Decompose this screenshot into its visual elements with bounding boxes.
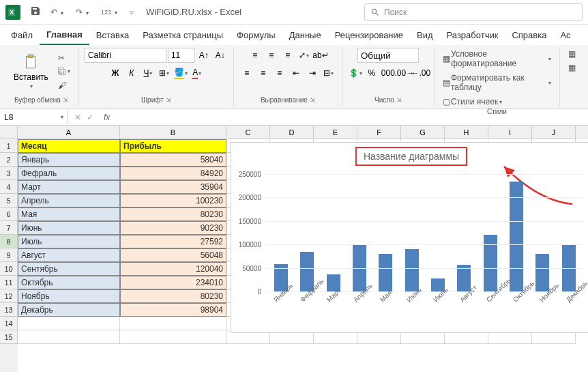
merge-icon[interactable]: ⊟▾ (321, 66, 336, 81)
cell-A7[interactable]: Июнь (18, 221, 120, 235)
increase-indent-icon[interactable]: ⇥ (305, 66, 320, 81)
undo-icon[interactable]: ↶▾ (48, 6, 69, 18)
column-header-J[interactable]: J (532, 126, 576, 139)
cell-B10[interactable]: 120040 (120, 262, 226, 276)
tab-page-layout[interactable]: Разметка страницы (136, 26, 230, 44)
chart-bar[interactable] (535, 254, 549, 291)
save-icon[interactable] (27, 4, 44, 20)
row-header-9[interactable]: 9 (0, 248, 18, 262)
percent-icon[interactable]: % (364, 66, 379, 81)
underline-icon[interactable]: Ч▾ (141, 66, 156, 81)
cell-A11[interactable]: Октябрь (18, 276, 120, 289)
row-header-2[interactable]: 2 (0, 153, 18, 167)
tab-help[interactable]: Справка (505, 26, 553, 44)
align-bottom-icon[interactable]: ≡ (280, 48, 295, 63)
chart-bar[interactable] (405, 249, 419, 291)
qat-more-icon[interactable]: 123▾ (98, 8, 123, 17)
column-header-F[interactable]: F (357, 126, 401, 139)
row-header-12[interactable]: 12 (0, 289, 18, 303)
wrap-text-icon[interactable]: ab↵ (313, 48, 328, 63)
delete-cells-icon[interactable]: ▦ (565, 61, 578, 74)
cell-B8[interactable]: 27592 (120, 235, 226, 248)
align-middle-icon[interactable]: ≡ (264, 48, 279, 63)
row-header-10[interactable]: 10 (0, 262, 18, 276)
align-left-icon[interactable]: ≡ (239, 66, 254, 81)
align-top-icon[interactable]: ≡ (248, 48, 263, 63)
row-header-4[interactable]: 4 (0, 180, 18, 194)
align-right-icon[interactable]: ≡ (272, 66, 287, 81)
cell-A5[interactable]: Апрель (18, 194, 120, 208)
chart-bar[interactable] (379, 254, 392, 291)
comma-icon[interactable]: 000 (381, 66, 396, 81)
bold-icon[interactable]: Ж (108, 66, 123, 81)
cell-A8[interactable]: Июль (18, 235, 120, 248)
cell-A15[interactable] (18, 330, 120, 344)
column-header-B[interactable]: B (120, 126, 226, 139)
cell-B14[interactable] (120, 317, 226, 330)
insert-cells-icon[interactable]: ▦ (565, 48, 578, 60)
row-header-11[interactable]: 11 (0, 276, 18, 289)
conditional-formatting-button[interactable]: ▦ Условное форматирование▾ (440, 48, 554, 70)
name-box[interactable]: L8 ▾ (0, 109, 68, 125)
redo-icon[interactable]: ↷▾ (73, 6, 94, 18)
cell-B12[interactable]: 80230 (120, 289, 226, 303)
decrease-font-icon[interactable]: A↓ (213, 48, 228, 63)
cell-B6[interactable]: 80230 (120, 208, 226, 221)
fill-color-icon[interactable]: 🪣▾ (173, 66, 188, 81)
cell-B4[interactable]: 35904 (120, 180, 226, 194)
tab-insert[interactable]: Вставка (89, 26, 136, 44)
column-header-G[interactable]: G (401, 126, 445, 139)
cell-A10[interactable]: Сентябрь (18, 262, 120, 276)
row-header-7[interactable]: 7 (0, 221, 18, 235)
cell-B2[interactable]: 58040 (120, 153, 226, 167)
row-header-13[interactable]: 13 (0, 303, 18, 317)
tab-overflow[interactable]: Ас (553, 26, 577, 44)
chart-bar[interactable] (484, 235, 497, 291)
enter-formula-icon[interactable]: ✓ (85, 113, 95, 122)
column-header-D[interactable]: D (270, 126, 314, 139)
cell-A2[interactable]: Январь (18, 153, 120, 167)
tab-data[interactable]: Данные (282, 26, 328, 44)
select-all-button[interactable] (0, 126, 18, 139)
qat-overflow-icon[interactable]: ▿ (127, 6, 136, 18)
decrease-indent-icon[interactable]: ⇤ (289, 66, 304, 81)
cell-A1[interactable]: Месяц (18, 139, 120, 153)
orientation-icon[interactable]: ⤢▾ (297, 48, 312, 63)
search-box[interactable]: Поиск (364, 3, 583, 21)
format-as-table-button[interactable]: ▤ Форматировать как таблицу▾ (440, 72, 554, 94)
column-header-A[interactable]: A (18, 126, 120, 139)
row-header-1[interactable]: 1 (0, 139, 18, 153)
paste-button[interactable]: Вставить ▾ (10, 52, 53, 91)
cell-B15[interactable] (120, 330, 226, 344)
cut-icon[interactable]: ✂ (55, 52, 73, 64)
cell-A12[interactable]: Ноябрь (18, 289, 120, 303)
cell-A6[interactable]: Мая (18, 208, 120, 221)
column-header-C[interactable]: C (226, 126, 270, 139)
cell-B9[interactable]: 56048 (120, 248, 226, 262)
cell-styles-button[interactable]: ▢ Стили ячеек▾ (440, 96, 505, 108)
cell-B11[interactable]: 234010 (120, 276, 226, 289)
fx-icon[interactable]: fx (100, 113, 114, 122)
cell-B5[interactable]: 100230 (120, 194, 226, 208)
tab-file[interactable]: Файл (4, 26, 40, 44)
tab-home[interactable]: Главная (40, 25, 89, 45)
increase-font-icon[interactable]: A↑ (196, 48, 211, 63)
format-painter-icon[interactable]: 🖌 (55, 79, 73, 91)
cell-B3[interactable]: 84920 (120, 167, 226, 180)
copy-icon[interactable]: ⿻▾ (55, 66, 73, 78)
cell-B13[interactable]: 98904 (120, 303, 226, 317)
cancel-formula-icon[interactable]: ✕ (72, 113, 83, 122)
borders-icon[interactable]: ⊞▾ (157, 66, 172, 81)
increase-decimal-icon[interactable]: .00→ (397, 66, 412, 81)
font-size-select[interactable] (168, 48, 195, 63)
row-header-8[interactable]: 8 (0, 235, 18, 248)
currency-icon[interactable]: 💲▾ (348, 66, 363, 81)
cell-A13[interactable]: Декабрь (18, 303, 120, 317)
cell-B1[interactable]: Прибыль (120, 139, 226, 153)
row-header-6[interactable]: 6 (0, 208, 18, 221)
row-header-3[interactable]: 3 (0, 167, 18, 180)
row-header-15[interactable]: 15 (0, 330, 18, 344)
tab-formulas[interactable]: Формулы (230, 26, 282, 44)
row-header-5[interactable]: 5 (0, 194, 18, 208)
font-name-select[interactable] (85, 48, 166, 63)
